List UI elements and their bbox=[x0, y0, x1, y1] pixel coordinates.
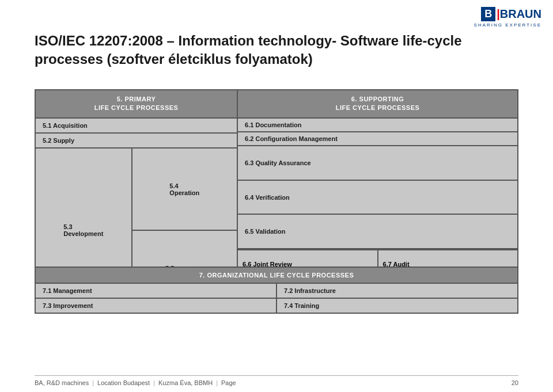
logo: B | BRAUN SHARING EXPERTISE bbox=[474, 7, 541, 28]
title-line1: ISO/IEC 12207:2008 – Information technol… bbox=[35, 32, 462, 50]
footer: BA, R&D machines | Location Budapest | K… bbox=[35, 375, 518, 386]
footer-sep3: | bbox=[216, 379, 218, 386]
primary-header: 5. PRIMARYLIFE CYCLE PROCESSES bbox=[36, 90, 237, 117]
footer-author: Kuzma Éva, BBMH bbox=[158, 379, 213, 386]
title-line2: processes (szoftver életciklus folyamato… bbox=[35, 50, 462, 68]
footer-sep2: | bbox=[153, 379, 155, 386]
logo-b: B bbox=[481, 7, 495, 21]
footer-ba: BA, R&D machines bbox=[35, 379, 89, 386]
configuration-row: 6.2 Configuration Management bbox=[238, 131, 517, 145]
development-label: 5.3Development bbox=[63, 223, 103, 237]
quality-row: 6.3 Quality Assurance bbox=[238, 146, 517, 181]
footer-page-number: 20 bbox=[512, 379, 518, 386]
lifecycle-diagram: 5. PRIMARYLIFE CYCLE PROCESSES 5.1 Acqui… bbox=[35, 89, 518, 314]
infrastructure-cell: 7.2 Infrastructure bbox=[277, 284, 517, 298]
operation-box: 5.4Operation bbox=[132, 149, 237, 231]
supporting-header: 6. SUPPORTINGLIFE CYCLE PROCESSES bbox=[238, 90, 517, 117]
org-rows: 7.1 Management 7.2 Infrastructure 7.3 Im… bbox=[36, 283, 517, 313]
supply-row: 5.2 Supply bbox=[36, 132, 237, 147]
acquisition-row: 5.1 Acquisition bbox=[36, 117, 237, 132]
validation-row: 6.5 Validation bbox=[238, 215, 517, 249]
improvement-cell: 7.3 Improvement bbox=[36, 299, 277, 313]
logo-tagline: SHARING EXPERTISE bbox=[474, 22, 541, 28]
page-title: ISO/IEC 12207:2008 – Information technol… bbox=[35, 32, 462, 69]
org-header: 7. ORGANIZATIONAL LIFE CYCLE PROCESSES bbox=[36, 268, 517, 283]
documentation-row: 6.1 Documentation bbox=[238, 117, 517, 131]
org-section: 7. ORGANIZATIONAL LIFE CYCLE PROCESSES 7… bbox=[36, 267, 517, 313]
footer-location: Location Budapest bbox=[97, 379, 150, 386]
logo-braun: BRAUN bbox=[500, 7, 541, 21]
management-cell: 7.1 Management bbox=[36, 284, 277, 298]
org-row-2: 7.3 Improvement 7.4 Training bbox=[36, 298, 517, 313]
org-row-1: 7.1 Management 7.2 Infrastructure bbox=[36, 283, 517, 298]
training-cell: 7.4 Training bbox=[277, 299, 517, 313]
footer-sep1: | bbox=[92, 379, 94, 386]
operation-label: 5.4Operation bbox=[169, 182, 199, 196]
verification-row: 6.4 Verification bbox=[238, 181, 517, 215]
footer-page-label: Page bbox=[221, 379, 236, 386]
